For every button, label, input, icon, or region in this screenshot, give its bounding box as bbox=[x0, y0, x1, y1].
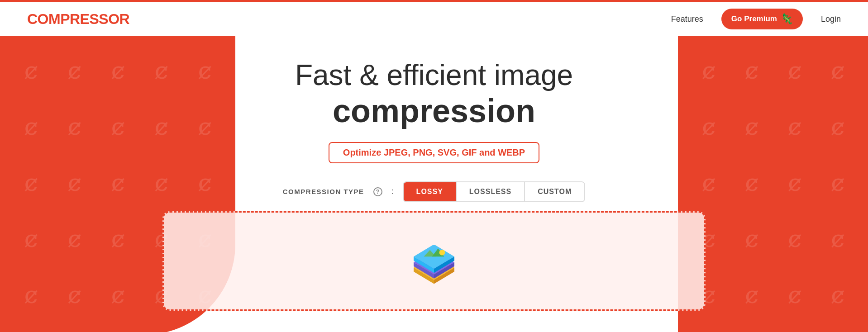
nav-right: Features Go Premium 🦎 Login bbox=[671, 9, 841, 29]
logo[interactable]: COMPRESSOR bbox=[27, 11, 129, 28]
drop-zone[interactable] bbox=[162, 211, 706, 311]
lossless-button[interactable]: LOSSLESS bbox=[457, 182, 525, 201]
premium-label: Go Premium bbox=[731, 14, 777, 24]
custom-button[interactable]: CUSTOM bbox=[525, 182, 584, 201]
compression-type-label: COMPRESSION TYPE bbox=[283, 188, 364, 195]
compression-type-row: COMPRESSION TYPE ? : LOSSY LOSSLESS CUST… bbox=[283, 181, 586, 202]
chameleon-icon: 🦎 bbox=[781, 13, 793, 25]
svg-point-9 bbox=[439, 249, 445, 255]
hero-title-line1: Fast & efficient image bbox=[295, 59, 573, 92]
image-upload-icon bbox=[409, 245, 459, 286]
lossy-button[interactable]: LOSSY bbox=[404, 182, 457, 201]
logo-text: COMPRESSOR bbox=[27, 11, 129, 27]
lossy-label: LOSSY bbox=[416, 188, 443, 195]
features-link[interactable]: Features bbox=[671, 14, 703, 24]
header: COMPRESSOR Features Go Premium 🦎 Login bbox=[0, 2, 868, 36]
custom-label: CUSTOM bbox=[538, 188, 572, 195]
main-content: Ȼ Ȼ Ȼ Ȼ Ȼ Ȼ Ȼ Ȼ Ȼ Ȼ Ȼ Ȼ Ȼ Ȼ Ȼ Ȼ Ȼ Ȼ Ȼ Ȼ … bbox=[0, 36, 868, 332]
compression-help-icon[interactable]: ? bbox=[373, 187, 382, 196]
colon-separator: : bbox=[391, 187, 394, 196]
drop-zone-icon-container bbox=[409, 245, 459, 286]
hero-title-line2: compression bbox=[333, 92, 535, 129]
go-premium-button[interactable]: Go Premium 🦎 bbox=[721, 9, 803, 29]
subtitle-badge: Optimize JPEG, PNG, SVG, GIF and WEBP bbox=[329, 142, 539, 163]
compression-buttons: LOSSY LOSSLESS CUSTOM bbox=[403, 181, 586, 202]
center-content: Fast & efficient image compression Optim… bbox=[0, 36, 868, 311]
lossless-label: LOSSLESS bbox=[469, 188, 511, 195]
drop-zone-wrapper bbox=[162, 211, 706, 311]
login-link[interactable]: Login bbox=[821, 14, 841, 24]
